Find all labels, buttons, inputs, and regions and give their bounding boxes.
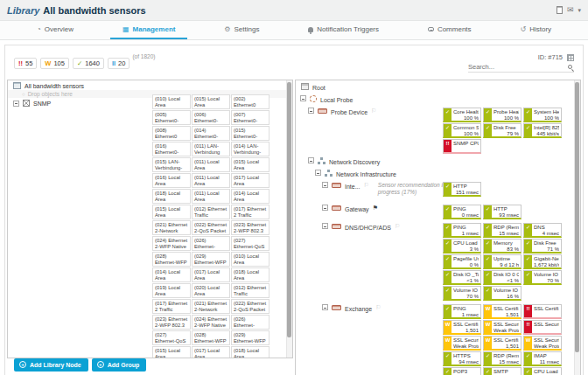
node-label[interactable]: Probe Device bbox=[331, 108, 368, 116]
tab-management[interactable]: Management bbox=[110, 21, 187, 39]
sensor-box[interactable]: W SSL Securi... Weak Proto... bbox=[483, 320, 522, 335]
sensor-box[interactable]: ✓ PING 1 msec bbox=[443, 304, 481, 319]
sensor-name-cell[interactable]: (016) Ethernet0-WFP 802.3 bbox=[152, 142, 191, 156]
priority-flag-icon[interactable]: ⚐ bbox=[395, 223, 400, 230]
sensor-box[interactable]: W SSL Certifi... 1,501 bbox=[483, 304, 522, 319]
sensor-name-cell[interactable]: (008) Ethernet0 Traffic bbox=[152, 126, 191, 141]
expander-icon[interactable] bbox=[322, 182, 328, 188]
sensor-name-cell[interactable]: (023) Ethernet 2-WFP 802.3 bbox=[152, 315, 191, 330]
sensor-box[interactable]: ✓ Disk Free 71 % bbox=[523, 239, 562, 253]
sensor-name-cell[interactable]: (015) LAN-Verbindung- bbox=[152, 157, 191, 172]
sensor-box[interactable]: ✓ DNS 4 msec bbox=[523, 223, 562, 238]
sensor-box[interactable]: ✓ System He... 100 % bbox=[523, 108, 562, 122]
sensor-name-cell[interactable]: (012) Ethernet Traffic bbox=[231, 283, 270, 298]
sensor-box[interactable]: W SSL Securi... Weak Proto... bbox=[443, 336, 481, 351]
sensor-name-cell[interactable]: (005) Ethernet0-WFP Native bbox=[152, 110, 191, 125]
sensor-name-cell[interactable]: (027) Ethernet-QoS Packet bbox=[152, 330, 191, 345]
sensor-name-cell[interactable]: (016) Local Area bbox=[152, 173, 191, 188]
expander-icon[interactable] bbox=[315, 170, 321, 176]
sensor-box[interactable]: ✓ Volume IO ... 16 % bbox=[483, 286, 522, 301]
sensor-box[interactable]: ✓ Disk Free 79 % bbox=[483, 123, 522, 138]
sensor-name-cell[interactable]: (018) Local Area bbox=[231, 267, 270, 282]
search-input[interactable] bbox=[468, 63, 564, 71]
sensor-name-cell[interactable]: (022) Ethernet 2-QoS Packet bbox=[192, 220, 230, 235]
right-scrollbar[interactable] bbox=[574, 80, 580, 375]
sensor-name-cell[interactable]: (018) Local Area bbox=[231, 346, 270, 358]
node-label[interactable]: DNS/DHCP/ADS bbox=[345, 223, 391, 232]
sensor-box[interactable]: ✓ Disk IO _To... <1 % bbox=[443, 270, 481, 285]
priority-flag-icon[interactable]: ⚑ bbox=[373, 205, 378, 212]
sensor-box[interactable]: ✓ Volume IO ... 70 % bbox=[443, 286, 481, 301]
sensor-box[interactable]: ✓ PING 1 msec bbox=[443, 223, 481, 238]
sensor-name-cell[interactable]: (021) Ethernet 2-Network bbox=[152, 220, 191, 235]
sensor-name-cell[interactable]: (028) Ethernet-WFP 802.3 bbox=[152, 252, 191, 267]
sensor-name-cell[interactable]: (023) Ethernet 2-WFP 802.3 bbox=[231, 220, 270, 235]
sensor-box[interactable]: ✓ HTTP 151 msec bbox=[443, 182, 481, 197]
sensor-name-cell[interactable]: (015) Local Area bbox=[152, 346, 191, 358]
sensor-box[interactable]: !! SSL Securi... bbox=[523, 320, 562, 335]
priority-flag-icon[interactable]: ⚐ bbox=[375, 304, 381, 311]
sensor-box[interactable]: ✓ Intel[R] 825... 445 kbit/s bbox=[523, 123, 562, 138]
sensor-box[interactable]: !! SNMP CPU... bbox=[443, 139, 481, 154]
node-label[interactable]: Root bbox=[312, 83, 326, 92]
tab-history[interactable]: History bbox=[508, 21, 564, 39]
sensor-box[interactable]: ✓ Pagefile Us... 0 % bbox=[443, 254, 481, 269]
sensor-name-cell[interactable]: (014) Local Area bbox=[231, 189, 270, 204]
sensor-box[interactable]: ✓ Gigabit-Net... 1,672 kbit/s bbox=[523, 254, 562, 269]
sensor-name-cell[interactable]: (027) Ethernet-QoS Packet bbox=[231, 236, 270, 251]
sensor-name-cell[interactable]: (014) Local Area bbox=[152, 267, 191, 282]
sensor-name-cell[interactable]: (007) Ethernet0-WFP 802.3 bbox=[231, 110, 270, 125]
sensor-name-cell[interactable]: (017) Local Area bbox=[192, 346, 230, 358]
sensor-name-cell[interactable]: (006) Ethernet0-QoS Packet bbox=[192, 110, 230, 125]
sensor-name-cell[interactable]: (017) Local Area bbox=[231, 173, 270, 188]
tab-overview[interactable]: Overview bbox=[24, 21, 86, 39]
priority-flag-icon[interactable]: ⚐ bbox=[371, 108, 376, 115]
sensor-name-cell[interactable]: (029) Ethernet-WFP Native bbox=[192, 252, 230, 267]
sensor-box[interactable]: ✓ HTTP 93 msec bbox=[483, 205, 522, 219]
sensor-name-cell[interactable]: (014) Ethernet0-WFP Native bbox=[192, 126, 230, 141]
expander-icon[interactable] bbox=[13, 101, 19, 107]
expander-icon[interactable] bbox=[322, 205, 328, 211]
sensor-box[interactable]: ✓ POP3 bbox=[443, 367, 481, 375]
grid-view-icon[interactable] bbox=[567, 54, 574, 61]
right-scrollbar-thumb[interactable] bbox=[575, 82, 579, 352]
sensor-box[interactable]: ✓ CPU Load bbox=[523, 367, 562, 375]
sensor-box[interactable]: ✓ Core Health 100 % bbox=[443, 108, 481, 122]
expander-icon[interactable] bbox=[322, 223, 328, 229]
sensor-name-cell[interactable]: (002) Ethernet0 Traffic bbox=[231, 94, 270, 109]
sensor-name-cell[interactable]: (011) Local Area bbox=[192, 189, 230, 204]
status-chip[interactable]: II 20 bbox=[108, 58, 130, 69]
sensor-box[interactable]: ✓ Common S... 100 % bbox=[443, 123, 481, 138]
sensor-box[interactable]: ✓ PING 0 msec bbox=[443, 205, 481, 219]
status-chip[interactable]: !! 55 bbox=[14, 58, 37, 69]
report-icon[interactable] bbox=[556, 6, 563, 14]
sensor-name-cell[interactable]: (017) Ethernet 2 Traffic bbox=[231, 205, 270, 219]
sensor-box[interactable]: ✓ HTTPS 94 msec bbox=[443, 351, 481, 366]
status-chip[interactable]: ✓ 1640 bbox=[73, 58, 104, 69]
sensor-box[interactable]: ✓ IMAP 11 msec bbox=[523, 351, 562, 366]
left-scrollbar[interactable] bbox=[286, 80, 292, 358]
add-group-button[interactable]: + Add Group bbox=[92, 358, 147, 372]
caret-down-icon[interactable]: ▾ bbox=[578, 7, 581, 14]
library-root-label[interactable]: All bandwidth sensors bbox=[24, 83, 84, 89]
node-label[interactable]: Local Probe bbox=[320, 95, 353, 104]
sensor-name-cell[interactable]: (010) Local Area bbox=[152, 94, 191, 109]
sensor-box[interactable]: ✓ RDP (Rem... 15 msec bbox=[483, 223, 522, 238]
sensor-box[interactable]: W SSL Certifi... 1,501 bbox=[483, 336, 522, 351]
sensor-box[interactable]: ✓ Probe Heal... 100 % bbox=[483, 108, 522, 122]
expander-icon[interactable] bbox=[300, 95, 306, 101]
email-icon[interactable]: ✉ bbox=[567, 6, 574, 14]
add-library-node-button[interactable]: + Add Library Node bbox=[14, 358, 88, 372]
sensor-name-cell[interactable]: (015) Local Area bbox=[192, 94, 230, 109]
expander-icon[interactable] bbox=[308, 108, 314, 114]
sensor-name-cell[interactable]: (011) Local Area bbox=[192, 173, 230, 188]
sensor-name-cell[interactable]: (024) Ethernet 2-WFP Native bbox=[152, 236, 191, 251]
sensor-box[interactable]: ✓ Volume IO ... 70 % bbox=[523, 270, 562, 285]
sensor-name-cell[interactable]: (017) Local Area bbox=[192, 267, 230, 282]
sensor-name-cell[interactable]: (026) Ethernet-Network bbox=[231, 315, 270, 330]
sensor-name-cell[interactable]: (012) Ethernet Traffic bbox=[192, 205, 230, 219]
sensor-name-cell[interactable]: (010) Local Area bbox=[231, 252, 270, 267]
sensor-box[interactable]: ✓ Uptime 9 d 12 h bbox=[483, 254, 522, 269]
sensor-name-cell[interactable]: (021) Ethernet 2-Network bbox=[192, 299, 230, 314]
expander-icon[interactable] bbox=[322, 304, 328, 310]
